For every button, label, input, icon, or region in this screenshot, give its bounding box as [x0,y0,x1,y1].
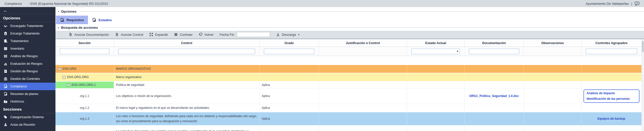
sidebar-item-resumen-de-planes[interactable]: Resumen de planes [0,90,55,98]
top-bar: Compliance - ENS (Esquema Nacional de Se… [0,0,644,7]
table-row-org-1-3[interactable]: org.1.3 Los roles o funciones de segurid… [55,112,641,126]
expand-icon [149,32,153,37]
sidebar-item-gestion-de-riesgos[interactable]: Gestión de Riesgos [0,68,55,75]
sidebar-item-tratamientos[interactable]: Tratamientos [0,37,55,45]
sidebar-item-compliance[interactable]: Compliance [0,83,55,90]
button-label: Volver [204,33,213,37]
control-agrupado-link[interactable]: Análisis de Impacto [587,91,636,95]
grado-value: Aplica [260,112,319,126]
sidebar-item-analisis-de-riesgos[interactable]: Análisis de Riesgos [0,52,55,60]
filter-seccion-input[interactable] [60,49,109,54]
filter-estado-actual-select[interactable]: ▾ [411,49,460,54]
control-value: La estructura del comité o los comités p… [114,126,260,131]
contraer-button[interactable]: Contraer [174,32,193,37]
sidebar-section-opciones: Opciones [0,14,55,22]
filter-documentacion-input[interactable] [469,49,519,54]
sidebar-item-encargo-tratamiento[interactable]: Encargo Tratamiento [0,30,55,37]
button-label: Expandir [155,33,168,37]
collapse-icon[interactable]: − [63,76,66,79]
grado-value: Aplica [260,82,319,88]
col-header-documentacion: Documentación [465,39,524,47]
table-row-ens-org-org[interactable]: −ENS.ORG.ORG Marco organizativo [55,73,641,82]
collapse-icon[interactable]: − [67,84,70,87]
sidebar-section-secciones: Secciones [0,105,55,113]
stamp-icon [4,123,8,127]
control-agrupado-link[interactable]: Identificación de las personas [587,97,636,101]
sidebar-item-label: Compliance [10,85,27,88]
filter-grado-input[interactable] [264,49,314,54]
filter-control-input[interactable] [118,49,255,54]
seccion-value: ENS.ORG.ORG.1 [72,83,96,87]
chevron-down-icon: ▾ [457,49,458,54]
undo-icon [199,32,203,37]
grid-icon [4,54,8,58]
tab-bar: Requisitos Estados [56,15,644,24]
seccion-value: org.1.4 [55,126,114,131]
sidebar-item-label: Históricos [10,100,24,103]
sidebar-item-historicos[interactable]: Históricos [0,98,55,105]
sidebar: ← Opciones Encargado Tratamiento Encargo… [0,7,55,131]
sidebar-item-label: Inventario [10,47,24,50]
filter-controles-agrupados-input[interactable] [586,49,637,54]
sidebar-item-label: Análisis de Riesgos [10,54,38,58]
expandir-button[interactable]: Expandir [149,32,168,37]
asociar-documentacion-button[interactable]: Asociar Documentación [69,32,109,37]
grado-value: Aplica [260,104,319,112]
sidebar-item-categorizacion-sistema[interactable]: Categorización Sistema [0,113,55,121]
tab-label: Estados [99,18,112,22]
col-header-observaciones: Observaciones [524,39,581,47]
table-row-ens-org-org-1[interactable]: −ENS.ORG.ORG.1 Política de seguridad Apl… [55,82,641,88]
control-value: Los objetivos o misión de la organizació… [114,88,260,104]
table-row-org-1-2[interactable]: org.1.2 El marco legal y regulatorio en … [55,104,641,112]
sidebar-item-label: Tratamientos [10,39,28,43]
tab-estados[interactable]: Estados [88,16,116,24]
button-label: Asociar Documentación [74,33,109,37]
sidebar-item-encargado-tratamiento[interactable]: Encargado Tratamiento [0,22,55,30]
table-row-org-1-1[interactable]: org.1.1 Los objetivos o misión de la org… [55,88,641,104]
seccion-value: ENS.ORG.ORG [67,75,89,79]
file-edit-icon [4,92,8,96]
file-edit-icon [92,18,96,22]
search-actions-panel-header[interactable]: ▸ Búsqueda de acciones [55,25,644,30]
bar-chart-icon [4,62,8,66]
id-badge-icon [4,31,8,36]
sidebar-item-actas-de-reunion[interactable]: Actas de Reunión [0,121,55,128]
scrollbar-thumb[interactable] [642,41,644,52]
back-button[interactable]: ← [0,7,55,14]
collapse-icon[interactable]: − [58,68,61,71]
table-row-org-1-4[interactable]: org.1.4 La estructura del comité o los c… [55,126,641,131]
sidebar-item-gestion-de-controles[interactable]: Gestión de Controles [0,75,55,83]
fecha-fin-input[interactable] [237,32,270,37]
arrow-left-icon: ← [3,8,8,13]
options-panel-header[interactable]: ▾ Opciones [55,9,644,14]
sidebar-item-label: Resumen de planes [10,92,38,96]
toolbar: Asociar Documentación Asociar Control Ex… [55,31,644,38]
database-icon [4,39,8,43]
controles-agrupados-box: Análisis de Impacto Identificación de la… [584,89,639,103]
sidebar-item-inventario[interactable]: Inventario [0,45,55,52]
help-icon[interactable]: ? [635,2,639,6]
vertical-scrollbar[interactable] [641,39,644,131]
descarga-button[interactable]: Descarga ▾ [276,32,299,37]
table-area: Sección Control Grado Justificación o Co… [55,38,644,131]
button-label: Asociar Control [121,33,143,37]
topbar-divider: | [631,2,632,6]
button-label: Descarga [282,33,296,37]
grado-value: Aplica [260,88,319,104]
control-agrupado-link[interactable]: Equipos de backup [597,117,625,120]
document-link[interactable]: ORG1_Política_Seguridad_1.0.doc [469,94,519,98]
sidebar-item-label: Actas de Reunión [10,123,35,126]
table-row-ens-org[interactable]: −ENS.ORG MARCO ORGANIZATIVO [55,65,641,73]
asociar-control-button[interactable]: Asociar Control [115,32,143,37]
sidebar-item-label: Evaluación de Riesgos [10,62,42,66]
volver-button[interactable]: Volver [199,32,213,37]
sidebar-item-label: Categorización Sistema [10,115,44,119]
tab-requisitos[interactable]: Requisitos [56,16,88,24]
file-edit-icon [4,84,8,88]
handshake-icon [4,24,8,28]
file-edit-icon [60,18,64,22]
sidebar-item-label: Gestión de Riesgos [10,70,38,73]
seccion-value: org.1.3 [55,112,114,126]
sidebar-item-evaluacion-de-riesgos[interactable]: Evaluación de Riesgos [0,60,55,68]
main-content: ▾ Opciones Requisitos Estados ▸ Búsqueda… [55,7,644,131]
